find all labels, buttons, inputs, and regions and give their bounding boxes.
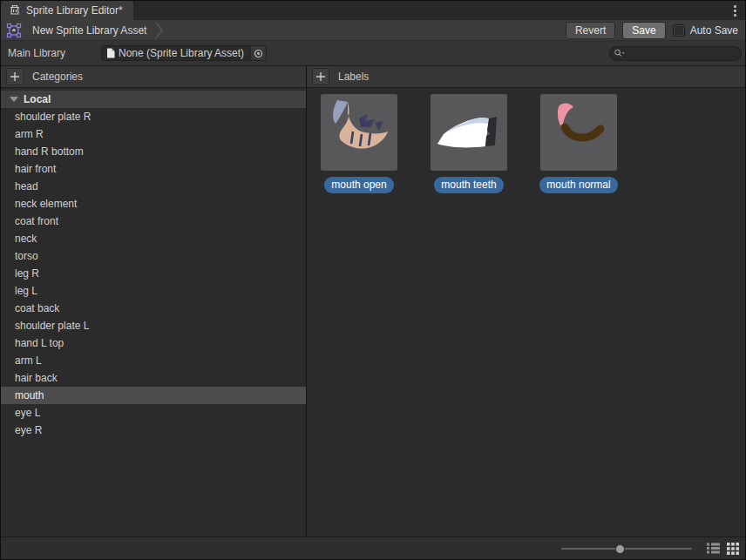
category-row[interactable]: eye L: [1, 404, 306, 422]
search-icon: [614, 48, 626, 58]
category-label: hand L top: [15, 337, 64, 349]
sprite-library-window-icon: [9, 4, 21, 17]
category-row[interactable]: hair back: [1, 369, 306, 387]
foldout-triangle-icon: [10, 97, 18, 102]
category-label: mouth: [15, 389, 44, 401]
category-row[interactable]: neck element: [1, 195, 306, 213]
sprite-library-asset-icon: [6, 23, 22, 38]
main-library-row: Main Library None (Sprite Library Asset): [1, 41, 745, 65]
toolbar: New Sprite Library Asset Revert Save Aut…: [1, 20, 745, 41]
main-library-label: Main Library: [8, 47, 101, 59]
content-area: Local shoulder plate Rarm Rhand R bottom…: [1, 88, 745, 536]
save-button[interactable]: Save: [622, 22, 665, 39]
titlebar-spacer: [133, 1, 725, 20]
sprite-thumbnail-mouth-normal[interactable]: [540, 94, 617, 171]
category-row[interactable]: leg R: [1, 265, 306, 282]
sprite-card-mouth-normal[interactable]: mouth normal: [540, 94, 617, 193]
category-list: shoulder plate Rarm Rhand R bottomhair f…: [1, 108, 306, 439]
sprite-card-mouth-teeth[interactable]: mouth teeth: [431, 94, 507, 193]
panel-headers: Categories Labels: [1, 65, 745, 88]
main-library-object-field[interactable]: None (Sprite Library Asset): [101, 45, 267, 61]
category-label: arm R: [15, 128, 44, 140]
labels-header: Labels: [307, 66, 745, 87]
slider-track: [561, 548, 692, 550]
category-label: coat back: [15, 302, 59, 314]
category-label: neck element: [15, 198, 77, 210]
category-row[interactable]: eye R: [1, 422, 306, 439]
object-field-value: None (Sprite Library Asset): [119, 47, 250, 59]
view-toggle-group: [706, 541, 740, 556]
category-row[interactable]: neck: [1, 230, 306, 247]
category-label: arm L: [15, 354, 42, 367]
category-row[interactable]: leg L: [1, 282, 306, 300]
kebab-menu-icon[interactable]: [725, 1, 745, 20]
category-row[interactable]: arm L: [1, 352, 306, 369]
category-row[interactable]: shoulder plate R: [1, 108, 306, 125]
asset-page-icon: [106, 48, 115, 58]
category-row[interactable]: mouth: [1, 387, 306, 404]
plus-icon: [10, 71, 20, 82]
category-row[interactable]: shoulder plate L: [1, 317, 306, 334]
category-row[interactable]: arm R: [1, 125, 306, 143]
add-label-button[interactable]: [312, 68, 329, 85]
categories-panel: Local shoulder plate Rarm Rhand R bottom…: [1, 88, 307, 536]
category-label: hair front: [15, 163, 56, 175]
category-label: eye R: [15, 424, 42, 436]
tab-title: Sprite Library Editor*: [26, 4, 123, 17]
category-label: torso: [15, 250, 38, 262]
sprite-thumbnail-mouth-open[interactable]: [321, 94, 397, 171]
local-foldout-label: Local: [24, 93, 51, 105]
slider-thumb[interactable]: [615, 544, 625, 554]
categories-header-title: Categories: [32, 71, 83, 83]
label-pill[interactable]: mouth normal: [539, 177, 617, 193]
sprite-library-editor-window: Sprite Library Editor* New Sprite Librar…: [0, 0, 746, 560]
category-label: hand R bottom: [15, 145, 84, 158]
category-row[interactable]: coat front: [1, 213, 306, 230]
labels-header-title: Labels: [338, 71, 369, 83]
category-row[interactable]: torso: [1, 247, 306, 265]
category-row[interactable]: head: [1, 178, 306, 195]
search-field[interactable]: [609, 46, 742, 61]
title-bar: Sprite Library Editor*: [1, 1, 745, 20]
auto-save-label: Auto Save: [690, 24, 738, 37]
toolbar-right: Revert Save Auto Save: [566, 22, 738, 39]
category-label: coat front: [15, 215, 58, 227]
category-label: shoulder plate L: [15, 320, 89, 332]
category-row[interactable]: coat back: [1, 300, 306, 317]
category-label: leg R: [15, 267, 39, 280]
tab-sprite-library-editor[interactable]: Sprite Library Editor*: [1, 1, 133, 20]
category-label: eye L: [15, 407, 40, 419]
chevron-right-icon: [155, 22, 163, 39]
category-label: shoulder plate R: [15, 111, 91, 123]
breadcrumb-label: New Sprite Library Asset: [27, 24, 155, 37]
category-row[interactable]: hair front: [1, 160, 306, 178]
category-row[interactable]: hand L top: [1, 334, 306, 352]
thumbnail-size-slider[interactable]: [561, 543, 692, 555]
label-pill[interactable]: mouth open: [324, 177, 393, 193]
revert-button[interactable]: Revert: [566, 22, 615, 39]
bottom-bar: [1, 536, 745, 559]
local-foldout[interactable]: Local: [1, 91, 306, 108]
object-picker-icon[interactable]: [250, 46, 266, 60]
sprite-thumbnail-mouth-teeth[interactable]: [431, 94, 507, 171]
category-row[interactable]: hand R bottom: [1, 143, 306, 160]
category-label: neck: [15, 233, 37, 245]
list-view-icon[interactable]: [706, 541, 721, 556]
labels-panel: mouth open mouth teeth: [307, 88, 745, 536]
grid-view-icon[interactable]: [725, 541, 740, 556]
label-pill[interactable]: mouth teeth: [434, 177, 503, 193]
plus-icon: [315, 71, 326, 82]
category-label: hair back: [15, 372, 58, 384]
sprite-card-mouth-open[interactable]: mouth open: [321, 94, 397, 193]
breadcrumb-new-sprite-library-asset[interactable]: New Sprite Library Asset: [27, 20, 163, 40]
add-category-button[interactable]: [6, 68, 24, 85]
category-label: leg L: [15, 285, 37, 297]
categories-header: Categories: [1, 66, 307, 87]
search-input[interactable]: [626, 48, 736, 58]
category-label: head: [15, 180, 38, 192]
auto-save-checkbox[interactable]: [673, 24, 685, 37]
